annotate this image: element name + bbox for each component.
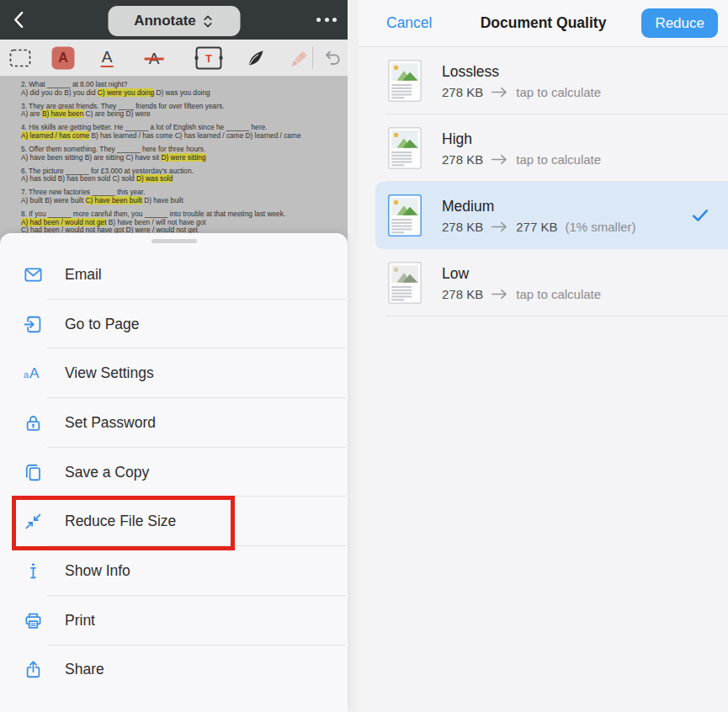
- menu-item-reduce-file-size[interactable]: Reduce File Size: [0, 497, 348, 546]
- annotate-mode-button[interactable]: Annotate: [108, 6, 240, 36]
- printer-icon: [23, 610, 44, 631]
- exam-question: 4. His skills are getting better. He ___…: [21, 124, 337, 140]
- highlighted-answer: D) were sitting: [161, 153, 205, 162]
- panel-divider: [348, 0, 359, 712]
- toolbar-divider: [312, 46, 313, 69]
- quality-title: Lossless: [442, 63, 601, 81]
- select-tool[interactable]: [9, 49, 31, 67]
- quality-option-low[interactable]: Low 278 KB tap to calculate: [375, 249, 728, 316]
- exam-question: 5. Offer them something. They ______ her…: [21, 146, 337, 162]
- share-icon: [23, 659, 44, 680]
- menu-item-label: Set Password: [65, 414, 156, 432]
- arrow-right-icon: [491, 154, 508, 165]
- exam-question: 6. The picture ______ for £3.000 at yest…: [21, 167, 337, 183]
- menu-item-email[interactable]: Email: [0, 250, 348, 300]
- chevron-updown-icon: [203, 13, 214, 30]
- result-note: tap to calculate: [516, 152, 601, 167]
- current-size: 278 KB: [442, 287, 483, 301]
- undo-icon: [323, 48, 343, 68]
- menu-item-label: Reduce File Size: [65, 513, 176, 530]
- pen-tool[interactable]: [245, 46, 268, 69]
- underline-text-tool[interactable]: A: [101, 49, 114, 67]
- quality-title: Medium: [442, 198, 636, 215]
- cancel-button[interactable]: Cancel: [386, 0, 432, 46]
- more-options-button[interactable]: [316, 0, 337, 40]
- menu-item-view-settings[interactable]: View Settings: [0, 348, 348, 398]
- highlighted-answer: A) learned / has come: [21, 131, 89, 140]
- current-size: 278 KB: [442, 85, 483, 99]
- arrow-right-icon: [491, 289, 508, 300]
- quality-option-lossless[interactable]: Lossless 278 KB tap to calculate: [375, 47, 728, 114]
- menu-item-label: Go to Page: [65, 316, 140, 333]
- undo-button[interactable]: [323, 48, 343, 68]
- result-note: tap to calculate: [516, 85, 601, 99]
- actions-sheet: Email Go to Page View Settings Set Passw…: [0, 233, 348, 712]
- screenshot: Annotate A A A T 2. What ______ at 8.00 …: [0, 0, 728, 712]
- check-icon: [691, 206, 709, 225]
- highlighted-answer: D) was sold: [136, 174, 173, 183]
- password-lock-icon: [23, 412, 44, 433]
- highlighter-icon: [289, 46, 311, 69]
- highlight-a-icon: A: [52, 46, 75, 69]
- reduce-size-icon: [23, 511, 44, 532]
- page-thumbnail: [388, 127, 422, 169]
- actions-menu: Email Go to Page View Settings Set Passw…: [0, 250, 348, 694]
- arrow-right-icon: [491, 221, 508, 232]
- page-thumbnail: [388, 60, 422, 102]
- underline-a-icon: A: [101, 49, 114, 67]
- reduce-button[interactable]: Reduce: [641, 8, 718, 38]
- pen-icon: [245, 46, 268, 69]
- menu-item-set-password[interactable]: Set Password: [0, 398, 348, 448]
- exam-question: 8. If you ______ more careful then, you …: [21, 210, 337, 234]
- menu-item-label: Show Info: [65, 562, 130, 580]
- exam-question: 3. They are great friends. They ____ fri…: [21, 103, 337, 119]
- menu-item-label: Save a Copy: [65, 464, 149, 481]
- quality-title: High: [442, 130, 601, 148]
- document-page: 2. What ______ at 8.00 last night?A) did…: [0, 76, 348, 234]
- menu-item-label: Print: [65, 612, 95, 630]
- quality-title: Low: [442, 265, 601, 283]
- quality-option-medium[interactable]: Medium 278 KB 277 KB (1% smaller): [375, 182, 728, 249]
- highlighted-answer: C) were you doing: [98, 88, 154, 97]
- email-icon: [23, 264, 44, 285]
- menu-item-go-to-page[interactable]: Go to Page: [0, 300, 348, 349]
- highlighted-answer: B) have been: [42, 109, 83, 118]
- quality-options-list: Lossless 278 KB tap to calculate: [359, 47, 728, 316]
- page-thumbnail: [388, 194, 422, 236]
- annotate-screen: Annotate A A A T 2. What ______ at 8.00 …: [0, 0, 348, 712]
- current-size: 278 KB: [442, 220, 483, 234]
- menu-item-label: View Settings: [65, 364, 154, 382]
- marquee-icon: [9, 49, 31, 67]
- menu-item-show-info[interactable]: Show Info: [0, 546, 348, 596]
- quality-option-high[interactable]: High 278 KB tap to calculate: [375, 114, 728, 182]
- strikeout-text-tool[interactable]: A: [148, 50, 161, 66]
- exam-question: 7. Three new factories ______ this year.…: [21, 189, 337, 205]
- highlighted-answer: A) had been / would not get: [21, 218, 106, 226]
- result-size: 277 KB: [516, 220, 557, 234]
- highlight-text-tool[interactable]: A: [52, 46, 75, 69]
- save-copy-icon: [23, 462, 44, 483]
- result-note: (1% smaller): [565, 220, 635, 234]
- page-thumbnail: [388, 262, 422, 304]
- menu-item-print[interactable]: Print: [0, 596, 348, 646]
- current-size: 278 KB: [442, 152, 483, 167]
- menu-item-save-a-copy[interactable]: Save a Copy: [0, 448, 348, 497]
- annotate-mode-label: Annotate: [134, 13, 196, 29]
- go-to-page-icon: [23, 314, 44, 335]
- navbar: Annotate: [0, 0, 348, 40]
- strikeout-a-icon: A: [148, 50, 161, 66]
- annotation-toolbar: A A A T: [0, 40, 348, 77]
- sheet-grabber[interactable]: [151, 239, 197, 243]
- result-note: tap to calculate: [516, 287, 601, 301]
- menu-item-label: Share: [65, 661, 104, 678]
- back-button[interactable]: [9, 9, 31, 31]
- highlighter-tool[interactable]: [289, 46, 311, 69]
- arrow-right-icon: [491, 87, 508, 98]
- document-quality-screen: Cancel Document Quality Reduce Lossless …: [359, 0, 728, 712]
- dialog-header: Cancel Document Quality Reduce: [359, 0, 728, 47]
- exam-question: 2. What ______ at 8.00 last night?A) did…: [21, 81, 337, 97]
- menu-item-label: Email: [65, 266, 102, 284]
- text-box-icon: T: [196, 46, 222, 69]
- menu-item-share[interactable]: Share: [0, 646, 348, 695]
- text-box-tool[interactable]: T: [196, 46, 222, 69]
